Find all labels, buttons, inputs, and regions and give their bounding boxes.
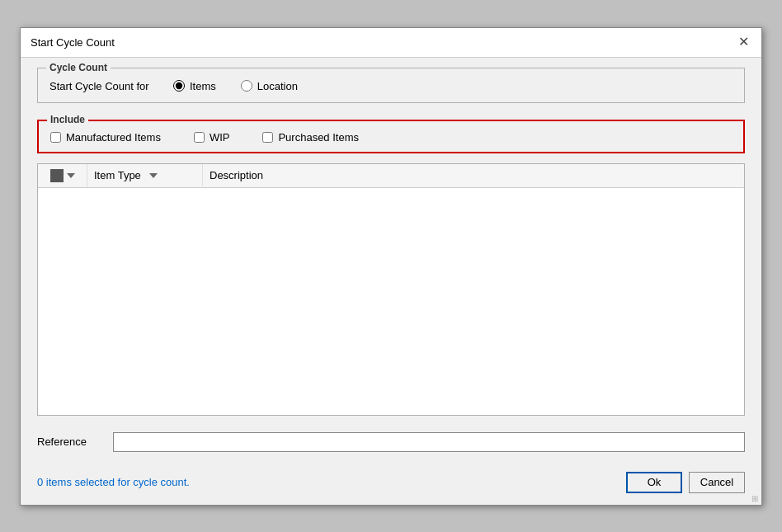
radio-items-input[interactable] bbox=[173, 80, 185, 92]
reference-row: Reference bbox=[37, 426, 745, 455]
col-header-description[interactable]: Description bbox=[203, 164, 744, 186]
checkbox-manufactured-label[interactable]: Manufactured Items bbox=[66, 131, 161, 144]
radio-group: Items Location bbox=[173, 80, 298, 92]
radio-location-label[interactable]: Location bbox=[257, 80, 298, 92]
col-header-checkbox[interactable] bbox=[38, 164, 87, 187]
ok-button[interactable]: Ok bbox=[626, 472, 682, 493]
checkbox-wip[interactable]: WIP bbox=[194, 131, 230, 144]
checkbox-row: Manufactured Items WIP Purchased Items bbox=[50, 131, 732, 144]
cycle-count-row: Start Cycle Count for Items Location bbox=[49, 80, 733, 92]
radio-option-location[interactable]: Location bbox=[241, 80, 298, 92]
checkbox-wip-label[interactable]: WIP bbox=[210, 131, 230, 144]
radio-items-label[interactable]: Items bbox=[190, 80, 216, 92]
checkbox-manufactured[interactable]: Manufactured Items bbox=[50, 131, 161, 144]
radio-location-input[interactable] bbox=[241, 80, 252, 92]
checkbox-manufactured-input[interactable] bbox=[50, 132, 61, 143]
dialog-title: Start Cycle Count bbox=[31, 36, 115, 49]
status-text: 0 items selected for cycle count. bbox=[37, 476, 190, 488]
checkbox-purchased[interactable]: Purchased Items bbox=[262, 131, 359, 144]
col-header-item-type[interactable]: Item Type bbox=[87, 164, 203, 186]
title-bar: Start Cycle Count ✕ bbox=[21, 28, 761, 58]
col-description-label: Description bbox=[210, 169, 263, 181]
close-button[interactable]: ✕ bbox=[735, 34, 751, 50]
checkbox-purchased-label[interactable]: Purchased Items bbox=[278, 131, 359, 144]
cancel-button[interactable]: Cancel bbox=[689, 472, 745, 493]
dialog-footer: 0 items selected for cycle count. Ok Can… bbox=[21, 465, 761, 505]
button-group: Ok Cancel bbox=[626, 472, 745, 493]
col-item-type-label: Item Type bbox=[94, 169, 141, 181]
start-cycle-count-label: Start Cycle Count for bbox=[49, 80, 157, 92]
filter-icon-checkbox bbox=[67, 173, 75, 178]
include-section: Include Manufactured Items WIP Purchased… bbox=[37, 120, 745, 153]
reference-label: Reference bbox=[37, 435, 103, 448]
resize-handle: ⊞ bbox=[751, 495, 758, 503]
radio-option-items[interactable]: Items bbox=[173, 80, 216, 92]
dialog-body: Cycle Count Start Cycle Count for Items … bbox=[21, 58, 761, 465]
items-table: Item Type Description bbox=[37, 163, 745, 416]
checkbox-purchased-input[interactable] bbox=[262, 132, 273, 143]
cycle-count-section: Cycle Count Start Cycle Count for Items … bbox=[37, 68, 745, 103]
reference-input[interactable] bbox=[113, 432, 745, 452]
include-section-label: Include bbox=[47, 114, 88, 125]
cycle-count-section-label: Cycle Count bbox=[46, 62, 111, 73]
checkbox-wip-input[interactable] bbox=[194, 132, 205, 143]
select-all-icon bbox=[50, 169, 64, 182]
table-body bbox=[38, 188, 744, 415]
table-header: Item Type Description bbox=[38, 164, 744, 188]
filter-icon-item-type bbox=[149, 173, 158, 178]
start-cycle-count-dialog: Start Cycle Count ✕ Cycle Count Start Cy… bbox=[20, 27, 762, 506]
